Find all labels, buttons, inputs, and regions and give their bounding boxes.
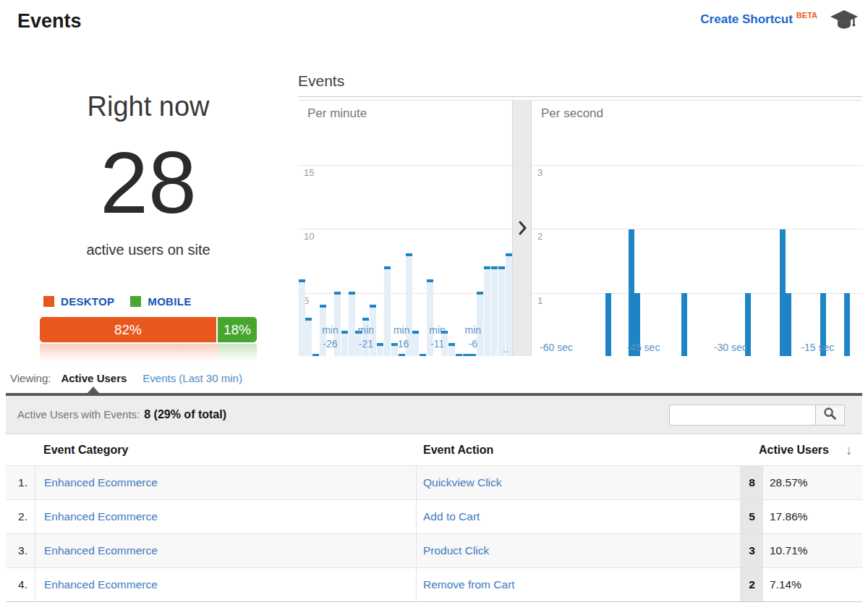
graduation-cap-icon[interactable]	[829, 9, 859, 34]
per-minute-bar	[312, 354, 319, 356]
event-category-link[interactable]: Enhanced Ecommerce	[44, 544, 158, 557]
events-table: Event Category Event Action Active Users…	[6, 434, 862, 602]
gridline	[298, 229, 512, 229]
per-minute-chart: Per minute 51015 min-26min-21min-16min-1…	[298, 100, 512, 356]
table-row: 1.Enhanced EcommerceQuickview Click828.5…	[6, 466, 862, 500]
gridline	[532, 165, 862, 166]
tab-active-users[interactable]: Active Users	[61, 372, 127, 384]
chart-title-divider	[298, 96, 862, 97]
x-axis-tick: min-6	[457, 324, 489, 351]
header-event-action[interactable]: Event Action	[423, 434, 493, 466]
x-tick-line1: min	[350, 324, 382, 337]
bar-cap	[427, 279, 433, 282]
row-rank: 2.	[6, 500, 27, 533]
x-tick-line1: min	[422, 324, 454, 337]
y-axis-tick: 10	[304, 231, 314, 242]
x-axis-tick: min-26	[314, 324, 346, 351]
event-action-link[interactable]: Product Click	[423, 544, 489, 557]
bar-cap	[320, 305, 326, 308]
per-minute-bar	[506, 253, 512, 356]
table-toolbar: Active Users with Events:8 (29% of total…	[6, 396, 862, 434]
bar-cap	[334, 292, 341, 295]
event-category-link[interactable]: Enhanced Ecommerce	[44, 476, 158, 489]
summary-text: Active Users with Events:8 (29% of total…	[17, 396, 226, 434]
cell-percent: 17.86%	[770, 500, 808, 533]
header-active-users[interactable]: Active Users	[759, 434, 829, 466]
viewing-label: Viewing:	[10, 372, 51, 384]
gridline	[532, 293, 862, 294]
per-second-bar	[605, 293, 611, 356]
event-action-link[interactable]: Remove from Cart	[423, 578, 515, 591]
create-shortcut-link[interactable]: Create Shortcut	[700, 12, 793, 27]
bar-cap	[362, 318, 369, 321]
cell-event-category: Enhanced Ecommerce	[35, 466, 417, 499]
cell-active-users: 2	[741, 568, 763, 601]
chart-region: Per minute 51015 min-26min-21min-16min-1…	[298, 100, 862, 356]
per-minute-bar	[463, 354, 469, 356]
table-row: 2.Enhanced EcommerceAdd to Cart517.86%	[6, 500, 862, 534]
bar-cap	[406, 253, 412, 256]
per-second-bar	[780, 229, 786, 356]
search-input[interactable]	[669, 405, 816, 426]
x-tick-line2: -16	[386, 337, 417, 351]
bar-cap	[349, 292, 355, 295]
event-category-link[interactable]: Enhanced Ecommerce	[44, 510, 158, 523]
bar-cap	[370, 305, 376, 308]
right-now-panel: Right now 28 active users on site DESKTO…	[17, 0, 279, 376]
cell-active-users: 8	[741, 466, 763, 499]
per-minute-bar	[299, 279, 305, 356]
per-second-label: Per second	[541, 106, 603, 121]
chart-panel-resizer[interactable]	[512, 100, 532, 356]
x-axis-tick: min-21	[350, 324, 382, 351]
gridline	[298, 165, 512, 166]
per-minute-bar	[420, 354, 426, 356]
event-action-link[interactable]: Add to Cart	[423, 510, 480, 523]
split-desktop: 82%	[40, 317, 218, 342]
header-event-category[interactable]: Event Category	[43, 434, 128, 466]
event-category-link[interactable]: Enhanced Ecommerce	[44, 578, 158, 591]
cell-percent: 28.57%	[770, 466, 808, 499]
device-legend: DESKTOP MOBILE	[43, 295, 207, 308]
x-axis-tick: -45 sec	[614, 341, 672, 355]
per-minute-bar	[469, 354, 476, 356]
event-action-link[interactable]: Quickview Click	[423, 476, 502, 489]
x-axis-tick: min-11	[422, 324, 454, 351]
row-rank: 1.	[6, 466, 27, 499]
bar-cap	[506, 253, 512, 256]
sort-descending-icon[interactable]: ↓	[846, 434, 852, 466]
device-split-bar: 82% 18%	[40, 317, 257, 342]
legend-item-mobile: MOBILE	[130, 295, 191, 308]
bar-cap	[384, 266, 391, 269]
cell-active-users: 5	[741, 500, 763, 533]
reflection-desktop	[40, 344, 218, 361]
reflection-mobile	[218, 344, 257, 361]
x-tick-line1: min	[314, 324, 346, 337]
mobile-swatch-icon	[130, 296, 141, 307]
per-second-chart: Per second 123 -60 sec-45 sec-30 sec-15 …	[532, 100, 862, 356]
bar-cap	[299, 279, 305, 282]
right-now-title: Right now	[17, 91, 279, 122]
beta-badge: BETA	[796, 11, 817, 20]
x-tick-line2: -21	[350, 337, 382, 351]
bar-cap	[491, 266, 498, 269]
bar-cap	[498, 266, 505, 269]
per-minute-bar	[456, 354, 462, 356]
row-rank: 3.	[6, 534, 27, 567]
x-tick-line2: -11	[422, 337, 454, 351]
search-button[interactable]	[815, 405, 845, 426]
header-actions: Create Shortcut BETA	[700, 9, 859, 34]
cell-active-users: 3	[741, 534, 763, 567]
per-minute-bar	[399, 354, 405, 356]
legend-label: DESKTOP	[61, 295, 114, 308]
x-axis-tick: -30 sec	[702, 341, 760, 355]
cell-event-category: Enhanced Ecommerce	[35, 500, 417, 533]
tab-events-last-30-min[interactable]: Events (Last 30 min)	[142, 372, 242, 384]
cell-event-action: Quickview Click	[417, 466, 741, 499]
x-tick-line2: -26	[314, 337, 346, 351]
active-users-count: 28	[17, 145, 279, 220]
summary-label: Active Users with Events:	[17, 408, 140, 420]
table-row: 4.Enhanced EcommerceRemove from Cart27.1…	[6, 568, 862, 602]
cell-percent: 7.14%	[770, 568, 801, 601]
y-axis-tick: 1	[537, 295, 542, 306]
per-second-bar	[629, 229, 634, 356]
